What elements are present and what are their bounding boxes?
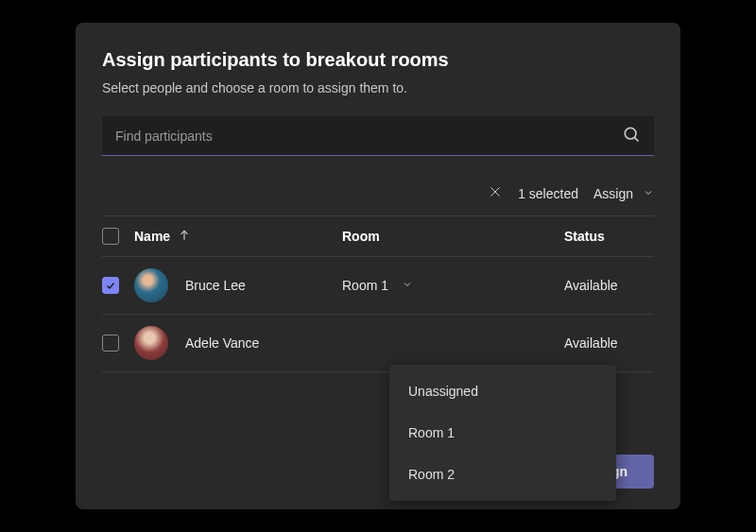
row-checkbox[interactable] [102, 335, 119, 352]
room-value: Room 1 [342, 278, 388, 293]
clear-selection-icon[interactable] [488, 184, 503, 202]
dropdown-item-unassigned[interactable]: Unassigned [389, 370, 616, 412]
table-header: Name Room Status [102, 215, 654, 257]
assign-dropdown-label: Assign [593, 186, 633, 201]
modal-title: Assign participants to breakout rooms [102, 49, 654, 71]
column-header-status[interactable]: Status [564, 229, 654, 244]
avatar [134, 326, 168, 360]
participant-name: Bruce Lee [185, 278, 246, 293]
column-header-name[interactable]: Name [134, 229, 342, 245]
room-dropdown-menu: Unassigned Room 1 Room 2 [389, 365, 616, 501]
dropdown-item-room2[interactable]: Room 2 [389, 454, 616, 495]
room-selector[interactable]: Room 1 [342, 278, 564, 293]
sort-ascending-icon [178, 229, 191, 245]
search-icon[interactable] [622, 125, 641, 147]
svg-line-1 [634, 137, 638, 141]
assign-dropdown[interactable]: Assign [593, 186, 654, 201]
selection-count: 1 selected [518, 186, 578, 201]
status-value: Available [564, 335, 618, 351]
svg-point-0 [625, 128, 636, 139]
table-row[interactable]: Adele Vance Available [102, 315, 654, 372]
column-header-room[interactable]: Room [342, 229, 564, 244]
search-bar[interactable] [102, 116, 654, 156]
select-all-checkbox[interactable] [102, 228, 119, 245]
avatar [134, 268, 168, 302]
table-row[interactable]: Bruce Lee Room 1 Available [102, 257, 654, 315]
chevron-down-icon [643, 186, 654, 201]
participant-name: Adele Vance [185, 335, 259, 351]
dropdown-item-room1[interactable]: Room 1 [389, 412, 616, 454]
modal-subtitle: Select people and choose a room to assig… [102, 80, 654, 95]
status-value: Available [564, 278, 618, 293]
selection-bar: 1 selected Assign [102, 177, 654, 215]
assign-breakout-modal: Assign participants to breakout rooms Se… [76, 23, 680, 509]
chevron-down-icon [402, 278, 413, 293]
search-input[interactable] [115, 129, 622, 144]
row-checkbox[interactable] [102, 277, 119, 294]
